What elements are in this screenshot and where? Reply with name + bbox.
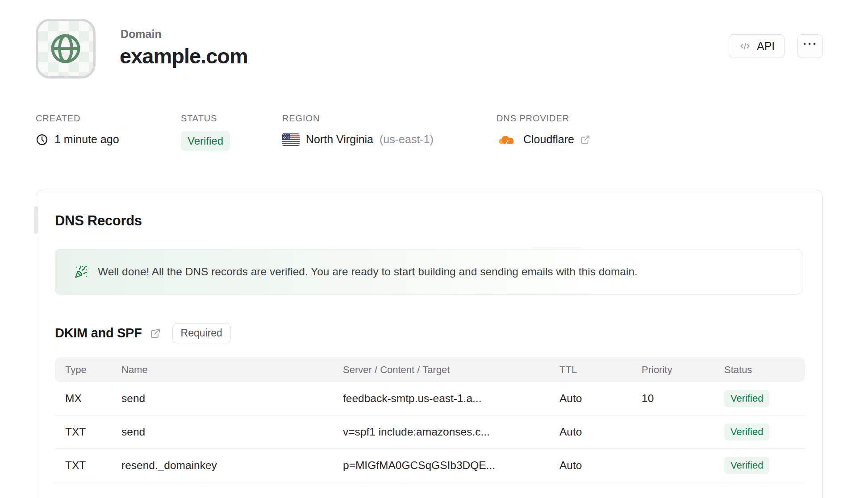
col-name: Name <box>121 364 343 376</box>
ellipsis-icon: ··· <box>803 37 818 51</box>
cell-ttl: Auto <box>559 459 642 472</box>
region-name: North Virginia <box>306 133 373 146</box>
success-message: Well done! All the DNS records are verif… <box>98 266 638 278</box>
cell-type: TXT <box>65 459 121 472</box>
table-row[interactable]: TXT resend._domainkey p=MIGfMA0GCSqGSIb3… <box>55 449 805 482</box>
cell-name: send <box>121 392 343 405</box>
cell-type: MX <box>65 392 121 405</box>
success-banner: Well done! All the DNS records are verif… <box>55 249 802 295</box>
meta-dns-provider: DNS PROVIDER Cloudflare <box>497 113 590 146</box>
col-priority: Priority <box>642 364 724 376</box>
verified-badge: Verified <box>724 423 769 440</box>
cell-ttl: Auto <box>559 392 642 405</box>
region-label: REGION <box>282 113 434 124</box>
code-icon <box>739 41 751 52</box>
dns-records-title: DNS Records <box>36 190 822 229</box>
us-flag-icon <box>282 133 300 146</box>
meta-status: STATUS Verified <box>181 113 230 151</box>
more-button[interactable]: ··· <box>797 34 823 58</box>
header-actions: API ··· <box>729 34 823 58</box>
region-code: (us-east-1) <box>380 133 434 146</box>
table-row[interactable]: MX send feedback-smtp.us-east-1.a... Aut… <box>55 382 805 415</box>
col-status: Status <box>724 364 805 376</box>
created-label: CREATED <box>36 113 119 124</box>
status-label: STATUS <box>181 113 230 124</box>
cloudflare-icon <box>497 134 517 145</box>
dns-records-table: Type Name Server / Content / Target TTL … <box>55 357 805 482</box>
status-badge: Verified <box>181 131 230 151</box>
col-content: Server / Content / Target <box>343 364 559 376</box>
globe-icon <box>48 31 83 66</box>
cell-type: TXT <box>65 426 121 438</box>
cell-ttl: Auto <box>559 426 642 438</box>
page-kicker: Domain <box>121 28 162 41</box>
col-ttl: TTL <box>559 364 642 376</box>
dns-records-card: DNS Records Well done! All the DNS recor… <box>36 190 823 498</box>
dkim-external-link-icon[interactable] <box>150 328 161 339</box>
cell-name: resend._domainkey <box>121 459 343 472</box>
api-button[interactable]: API <box>729 34 785 58</box>
domain-detail-page: Domain example.com API ··· CREATED 1 min… <box>0 0 868 498</box>
verified-badge: Verified <box>724 390 769 407</box>
cell-content: v=spf1 include:amazonses.c... <box>343 426 559 438</box>
table-row[interactable]: TXT send v=spf1 include:amazonses.c... A… <box>55 415 805 449</box>
verified-badge: Verified <box>724 457 769 474</box>
external-link-icon[interactable] <box>580 135 590 145</box>
page-title: example.com <box>120 44 248 68</box>
cell-name: send <box>121 426 343 438</box>
domain-avatar <box>36 19 96 79</box>
table-header: Type Name Server / Content / Target TTL … <box>55 357 805 382</box>
col-type: Type <box>65 364 121 376</box>
clock-icon <box>36 133 48 146</box>
dns-table-body: MX send feedback-smtp.us-east-1.a... Aut… <box>55 382 805 482</box>
scroll-indicator <box>34 206 38 234</box>
api-button-label: API <box>757 40 775 53</box>
cell-priority: 10 <box>642 392 724 405</box>
created-value: 1 minute ago <box>54 133 119 146</box>
dns-provider-label: DNS PROVIDER <box>497 113 590 124</box>
required-badge: Required <box>172 323 231 343</box>
party-popper-icon <box>75 266 88 278</box>
dkim-spf-section-head: DKIM and SPF Required <box>55 323 822 343</box>
cell-content: p=MIGfMA0GCSqGSIb3DQE... <box>343 459 559 472</box>
meta-created: CREATED 1 minute ago <box>36 113 119 146</box>
meta-region: REGION <box>282 113 434 146</box>
dns-provider-link[interactable]: Cloudflare <box>523 133 574 146</box>
dkim-spf-title: DKIM and SPF <box>55 326 142 340</box>
cell-content: feedback-smtp.us-east-1.a... <box>343 392 559 405</box>
